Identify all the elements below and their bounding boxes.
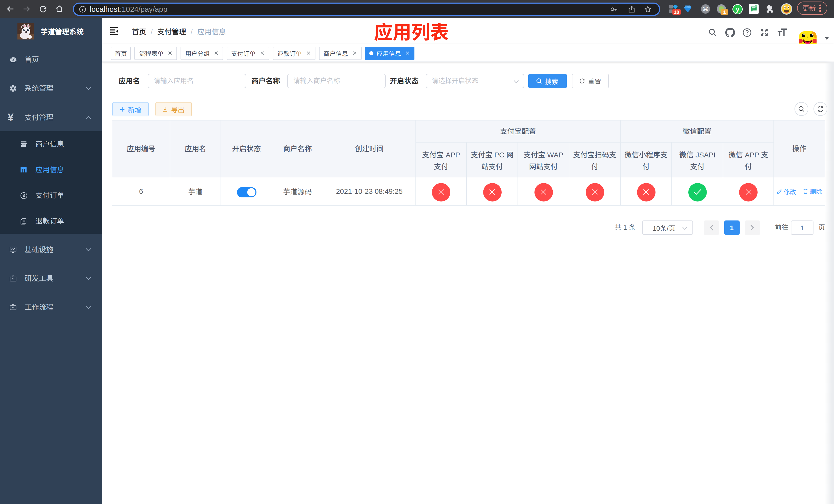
svg-text:⌘: ⌘ — [702, 6, 708, 12]
svg-text:y: y — [736, 5, 740, 13]
